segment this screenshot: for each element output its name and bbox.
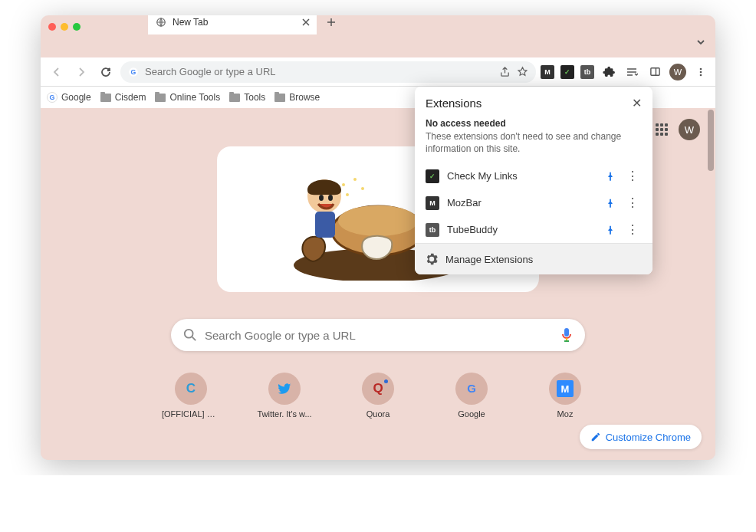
new-tab-button[interactable] (323, 15, 340, 31)
extension-row-tubebuddy[interactable]: tb TubeBuddy ⋮ (415, 216, 652, 243)
extension-name: TubeBuddy (447, 224, 597, 235)
bookmark-label: Online Tools (169, 92, 220, 103)
manage-extensions-button[interactable]: Manage Extensions (415, 243, 652, 274)
customize-chrome-button[interactable]: Customize Chrome (580, 425, 702, 449)
gear-icon (426, 253, 438, 265)
svg-point-6 (700, 74, 702, 76)
extension-more-icon[interactable]: ⋮ (623, 195, 642, 210)
close-window-button[interactable] (48, 23, 56, 31)
pin-icon[interactable] (605, 171, 616, 182)
bookmark-star-icon[interactable] (517, 66, 528, 77)
bookmark-label: Tools (244, 92, 265, 103)
bookmark-label: Google (61, 92, 91, 103)
pin-icon[interactable] (605, 225, 616, 235)
search-bar[interactable] (171, 319, 585, 351)
ext-icon-checkmylinks[interactable]: ✓ (560, 65, 574, 79)
close-popup-icon[interactable]: ✕ (632, 96, 642, 110)
extension-name: Check My Links (447, 170, 597, 182)
maximize-window-button[interactable] (73, 23, 81, 31)
google-apps-icon[interactable] (656, 123, 668, 136)
media-control-icon[interactable] (623, 64, 640, 80)
bookmark-folder-tools[interactable]: Tools (229, 92, 265, 103)
svg-point-16 (346, 193, 349, 196)
shortcut-label: Twitter. It's w... (255, 409, 314, 419)
sidepanel-icon[interactable] (646, 64, 663, 80)
google-g-icon: G (128, 67, 139, 77)
ext-icon-tubebuddy[interactable]: tb (580, 65, 594, 79)
svg-point-17 (361, 187, 364, 190)
tab-strip: New Tab (148, 15, 708, 34)
shortcut-google[interactable]: G Google (442, 373, 501, 419)
bookmark-folder-cisdem[interactable]: Cisdem (100, 92, 146, 103)
back-button[interactable] (47, 62, 67, 82)
svg-rect-13 (315, 212, 335, 238)
folder-icon (155, 94, 166, 102)
manage-extensions-label: Manage Extensions (445, 254, 533, 265)
extension-row-check-my-links[interactable]: ✓ Check My Links ⋮ (415, 163, 652, 189)
svg-point-4 (700, 67, 702, 70)
extensions-popup: Extensions ✕ No access needed These exte… (415, 87, 652, 274)
tab-overflow-button[interactable] (695, 37, 706, 48)
new-tab-icon (156, 17, 166, 28)
shortcut-icon: Q (362, 373, 394, 405)
svg-point-11 (319, 195, 324, 201)
extensions-popup-title: Extensions (426, 97, 482, 110)
account-avatar[interactable]: W (679, 119, 700, 140)
folder-icon (274, 94, 285, 102)
extensions-section-desc: These extensions don't need to see and c… (426, 130, 642, 155)
shortcut-label: [OFFICIAL] Ci... (162, 409, 220, 419)
svg-point-18 (185, 330, 193, 338)
minimize-window-button[interactable] (61, 23, 68, 31)
shortcut-icon: G (455, 373, 488, 405)
shortcut-icon: C (175, 373, 207, 405)
shortcut-label: Google (442, 409, 501, 419)
voice-search-icon[interactable] (560, 327, 573, 343)
svg-point-15 (353, 178, 357, 181)
svg-point-9 (338, 205, 418, 236)
svg-point-14 (342, 183, 345, 186)
close-tab-icon[interactable] (301, 18, 311, 27)
shortcut-quora[interactable]: Q Quora (349, 373, 407, 419)
content-top-right: W (656, 119, 700, 140)
menu-kebab-icon[interactable] (692, 64, 709, 80)
bookmark-folder-online-tools[interactable]: Online Tools (155, 92, 220, 103)
pin-icon[interactable] (605, 198, 616, 209)
extension-more-icon[interactable]: ⋮ (623, 222, 642, 237)
shortcut-official-ci[interactable]: C [OFFICIAL] Ci... (162, 373, 220, 419)
extensions-section-title: No access needed (426, 118, 642, 129)
shortcuts-row: C [OFFICIAL] Ci... Twitter. It's w... Q … (162, 373, 594, 419)
folder-icon (100, 94, 111, 102)
scrollbar[interactable] (708, 110, 714, 171)
address-input[interactable] (145, 66, 493, 77)
extension-row-mozbar[interactable]: M MozBar ⋮ (415, 189, 652, 216)
bookmark-folder-browse[interactable]: Browse (274, 92, 320, 103)
svg-rect-3 (650, 68, 659, 75)
svg-point-5 (700, 71, 702, 73)
extension-more-icon[interactable]: ⋮ (623, 169, 642, 183)
reload-button[interactable] (96, 62, 116, 82)
bookmark-label: Cisdem (115, 92, 146, 103)
address-bar[interactable]: G (120, 61, 536, 83)
bookmark-google[interactable]: GGoogle (47, 92, 91, 103)
extensions-puzzle-icon[interactable] (600, 64, 617, 80)
search-input[interactable] (205, 329, 553, 342)
svg-text:G: G (131, 67, 136, 75)
shortcut-moz[interactable]: M Moz (536, 373, 594, 419)
svg-point-12 (328, 195, 333, 201)
forward-button[interactable] (71, 62, 91, 82)
toolbar: G M ✓ tb W (41, 57, 715, 87)
ext-icon-mozbar[interactable]: M (541, 65, 554, 79)
shortcut-icon: M (549, 373, 581, 405)
pencil-icon (590, 432, 601, 442)
shortcut-twitter[interactable]: Twitter. It's w... (255, 373, 314, 419)
shortcut-label: Quora (349, 409, 407, 419)
customize-label: Customize Chrome (606, 432, 691, 443)
share-icon[interactable] (499, 66, 511, 77)
search-icon (183, 328, 197, 342)
shortcut-label: Moz (536, 409, 594, 419)
shortcut-icon (268, 373, 301, 405)
extension-icon: ✓ (426, 169, 439, 183)
folder-icon (229, 94, 240, 102)
browser-tab[interactable]: New Tab (148, 15, 317, 34)
profile-avatar[interactable]: W (669, 64, 686, 80)
